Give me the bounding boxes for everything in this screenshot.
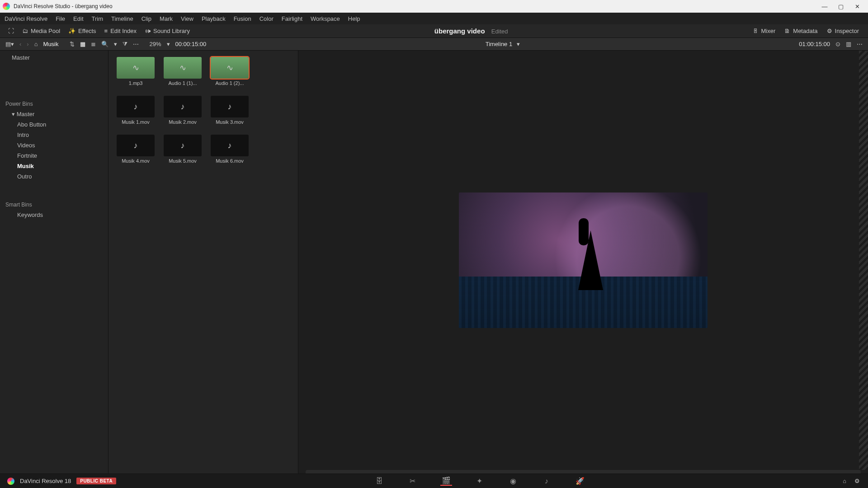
menu-item[interactable]: Playback	[202, 15, 226, 22]
menu-item[interactable]: Edit	[73, 15, 83, 22]
timeline-name[interactable]: Timeline 1	[486, 41, 512, 47]
page-edit[interactable]: 🎬	[440, 477, 452, 486]
effects-toggle[interactable]: ✨Effects	[68, 28, 96, 34]
page-fairlight[interactable]: ♪	[541, 477, 552, 486]
bin-item[interactable]: Videos	[0, 140, 108, 150]
sound-icon: 🕪	[145, 28, 151, 34]
media-clip[interactable]: ♪Musik 4.mov	[117, 135, 155, 164]
mixer-toggle[interactable]: 🎚Mixer	[753, 28, 776, 34]
clip-label: Musik 1.mov	[117, 119, 155, 125]
music-note-icon: ♪	[117, 96, 155, 117]
viewer-resize-handle[interactable]	[859, 51, 868, 470]
nav-back-icon[interactable]: ‹	[19, 41, 21, 47]
viewer-panel: ▢▾ ‹ • › ⏮ ◀ ◼ ▶ ⏭ ↻ ⊏⊐ ▶| |◀	[298, 51, 868, 488]
fullscreen-icon[interactable]: ⛶	[8, 28, 14, 34]
effects-icon: ✨	[68, 28, 75, 34]
media-clip[interactable]: ♪Musik 3.mov	[211, 96, 249, 125]
page-deliver[interactable]: 🚀	[574, 477, 586, 486]
metadata-icon: 🗎	[784, 28, 790, 34]
menu-item[interactable]: Trim	[92, 15, 104, 22]
loop-range-icon[interactable]: ⊙	[835, 41, 840, 47]
resolve-logo-icon	[7, 478, 14, 485]
media-clip[interactable]: ♪Musik 2.mov	[164, 96, 202, 125]
clip-label: Audio 1 (1)...	[164, 80, 202, 86]
media-clip[interactable]: ♪Musik 1.mov	[117, 96, 155, 125]
nav-fwd-icon[interactable]: ›	[27, 41, 28, 47]
window-close[interactable]: ✕	[849, 2, 865, 11]
media-clip[interactable]: ∿Audio 1 (1)...	[164, 57, 202, 86]
bin-item[interactable]: Fortnite	[0, 150, 108, 161]
bin-item[interactable]: Intro	[0, 130, 108, 140]
media-clip[interactable]: ∿Audio 1 (2)...	[211, 57, 249, 86]
bin-item[interactable]: Abo Button	[0, 119, 108, 130]
home-icon[interactable]: ⌂	[34, 41, 38, 47]
chevron-down-icon[interactable]: ▾	[114, 41, 117, 47]
power-bins-header[interactable]: Power Bins	[0, 99, 108, 109]
more-icon[interactable]: ⋯	[133, 41, 139, 47]
waveform-icon: ∿	[117, 57, 155, 79]
app-icon	[3, 3, 10, 10]
window-minimize[interactable]: —	[816, 2, 833, 11]
menu-item[interactable]: Mark	[160, 15, 173, 22]
os-titlebar: DaVinci Resolve Studio - übergang video …	[0, 0, 868, 13]
record-timecode[interactable]: 01:00:15:00	[799, 41, 830, 47]
metadata-toggle[interactable]: 🗎Metadata	[784, 28, 817, 34]
inspector-icon: ⚙	[827, 28, 832, 34]
chevron-down-icon[interactable]: ▾	[517, 41, 520, 47]
more-icon[interactable]: ⋯	[857, 41, 863, 47]
window-maximize[interactable]: ▢	[833, 2, 849, 11]
filter-icon[interactable]: ⧩	[123, 41, 127, 48]
menu-item[interactable]: Workspace	[311, 15, 340, 22]
music-note-icon: ♪	[117, 135, 155, 156]
chevron-down-icon[interactable]: ▾	[167, 41, 170, 47]
media-clip[interactable]: ♪Musik 6.mov	[211, 135, 249, 164]
menu-item[interactable]: Help	[348, 15, 360, 22]
sort-icon[interactable]: ⇅	[70, 41, 75, 47]
waveform-icon: ∿	[211, 57, 249, 79]
program-viewer[interactable]	[459, 192, 708, 328]
menu-item[interactable]: Color	[259, 15, 274, 22]
bin-item-selected[interactable]: Musik	[0, 161, 108, 171]
page-fusion[interactable]: ✦	[474, 477, 486, 486]
bin-item[interactable]: ▾ Master	[0, 109, 108, 119]
menu-item[interactable]: File	[56, 15, 65, 22]
source-timecode[interactable]: 00:00:15:00	[175, 41, 207, 47]
home-icon[interactable]: ⌂	[843, 478, 846, 484]
media-pool-icon: 🗂	[22, 28, 28, 34]
beta-badge: PUBLIC BETA	[76, 478, 116, 484]
mixer-icon: 🎚	[753, 28, 759, 34]
list-view-icon[interactable]: ≣	[91, 41, 96, 47]
list-icon: ≡	[104, 28, 108, 34]
bin-item[interactable]: Outro	[0, 171, 108, 182]
menu-item[interactable]: Timeline	[111, 15, 133, 22]
search-icon[interactable]: 🔍	[101, 41, 108, 47]
media-pool-toggle[interactable]: 🗂Media Pool	[22, 28, 60, 34]
thumb-view-icon[interactable]: ▦	[80, 41, 85, 47]
viewer-zoom[interactable]: 29%	[150, 41, 161, 47]
menu-item[interactable]: View	[181, 15, 193, 22]
media-clip[interactable]: ∿1.mp3	[117, 57, 155, 86]
menu-item[interactable]: Clip	[142, 15, 151, 22]
sound-library-toggle[interactable]: 🕪Sound Library	[145, 28, 190, 34]
inspector-toggle[interactable]: ⚙Inspector	[827, 28, 859, 34]
clip-label: Musik 6.mov	[211, 158, 249, 164]
music-note-icon: ♪	[164, 96, 202, 117]
edit-index-toggle[interactable]: ≡Edit Index	[104, 28, 137, 34]
project-settings-icon[interactable]: ⚙	[854, 478, 860, 484]
menu-item[interactable]: Fairlight	[282, 15, 302, 22]
music-note-icon: ♪	[164, 135, 202, 156]
smart-bins-header[interactable]: Smart Bins	[0, 200, 108, 210]
music-note-icon: ♪	[211, 96, 249, 117]
bin-master[interactable]: Master	[0, 52, 108, 63]
menu-item[interactable]: Fusion	[234, 15, 251, 22]
page-cut[interactable]: ✂	[407, 477, 419, 486]
menu-item[interactable]: DaVinci Resolve	[5, 15, 47, 22]
media-clip[interactable]: ♪Musik 5.mov	[164, 135, 202, 164]
clip-label: Musik 5.mov	[164, 158, 202, 164]
page-color[interactable]: ◉	[507, 477, 519, 486]
smartbin-keywords[interactable]: Keywords	[0, 210, 108, 220]
bin-view-icon[interactable]: ▤▾	[5, 41, 14, 47]
project-edited-label: Edited	[491, 28, 508, 35]
dual-viewer-icon[interactable]: ▥	[846, 41, 851, 47]
page-media[interactable]: 🗄	[373, 477, 385, 486]
